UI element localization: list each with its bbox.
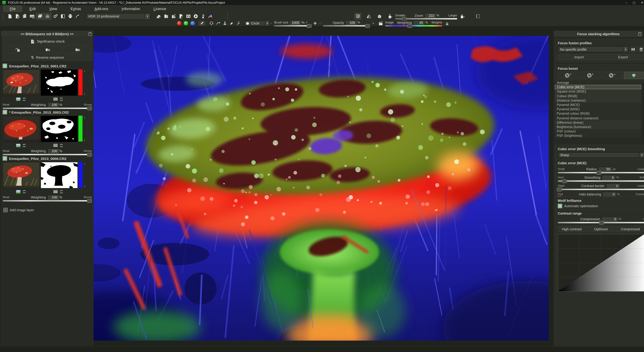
algorithm-item[interactable]: Brightness (luminance) — [555, 125, 641, 129]
layer-mask-thumbnail[interactable] — [40, 116, 78, 142]
export-button[interactable]: Export — [602, 54, 644, 60]
layer-checkbox[interactable] — [3, 64, 7, 68]
layer-weight-thumb[interactable] — [87, 199, 92, 203]
layer-checkbox[interactable] — [3, 110, 7, 114]
sequence-view-triple-button[interactable] — [63, 46, 92, 53]
menu-item[interactable]: Add-ons — [88, 6, 114, 11]
layer-weight-value[interactable]: 100 — [47, 195, 58, 200]
histogram-icon[interactable] — [206, 13, 214, 20]
layer-weight-thumb[interactable] — [87, 107, 92, 110]
document-transfer-icon[interactable] — [170, 13, 177, 20]
brush-size-value[interactable]: 1000 — [289, 20, 301, 25]
weighting-thumb[interactable] — [407, 24, 412, 28]
add-stroke-icon[interactable] — [312, 21, 318, 26]
clone-tool-icon[interactable] — [208, 21, 215, 26]
opacity-thumb[interactable] — [365, 24, 370, 28]
import-button[interactable]: Import — [558, 54, 600, 60]
layer-weight-value[interactable]: 100 — [47, 102, 58, 107]
swap-mask-icon[interactable] — [59, 190, 63, 194]
save-profile-button[interactable] — [630, 46, 636, 52]
stamp-tool-icon[interactable] — [221, 21, 228, 26]
opacity-plus[interactable]: + — [371, 21, 375, 25]
radius-track[interactable] — [558, 172, 644, 173]
move-down-icon[interactable]: ↓ — [84, 185, 85, 188]
zoom-slider-track[interactable] — [395, 18, 457, 19]
layer-checkbox[interactable] — [3, 156, 7, 161]
algorithm-item[interactable]: Pyramid (MCE) — [555, 103, 641, 107]
move-up-icon[interactable]: ↑ — [84, 70, 85, 73]
slider-value[interactable]: 0 — [602, 192, 616, 197]
smudge-tool-icon[interactable] — [235, 21, 242, 26]
document-pair-icon[interactable] — [162, 13, 170, 20]
sequence-view-pair-button[interactable] — [33, 46, 62, 53]
algorithm-item[interactable]: Colour (RGB) — [555, 94, 641, 98]
brush-size-minus[interactable]: - — [270, 21, 273, 25]
project-copy-icon[interactable] — [21, 13, 28, 20]
auto-optimisation-checkbox[interactable] — [558, 204, 562, 208]
contrast-range-button[interactable]: Optimum — [587, 226, 615, 232]
image-view-icon[interactable] — [16, 144, 20, 147]
stacking-panel-header[interactable]: Focus stacking algorithms — [554, 31, 643, 36]
rgb-weights-icon[interactable] — [444, 21, 450, 26]
menu-item[interactable]: File — [3, 5, 22, 11]
zoom-slider-thumb[interactable] — [402, 17, 407, 21]
settings-gears-icon[interactable] — [52, 13, 59, 20]
reverse-sequence-button[interactable]: ⇅ Reverse sequence — [3, 54, 92, 61]
algorithm-item[interactable]: Distance (variance) — [555, 98, 641, 103]
smoothing-thumb[interactable] — [562, 179, 567, 183]
red-channel-button[interactable] — [176, 21, 182, 26]
opacity-value[interactable]: 100 — [345, 20, 356, 25]
raw-import-icon[interactable] — [28, 13, 36, 20]
print-icon[interactable] — [66, 13, 74, 20]
layer-weight-thumb[interactable] — [87, 153, 92, 157]
brush-shape-dropdown[interactable]: Circle ▾ — [244, 20, 270, 26]
zoom-value[interactable]: 222 — [424, 13, 436, 18]
opacity-minus[interactable]: - — [318, 21, 322, 25]
image-view-icon[interactable] — [16, 97, 20, 101]
export-curve-icon[interactable] — [74, 13, 81, 20]
maximize-icon[interactable]: ▢ — [632, 1, 636, 4]
focus-boost-button[interactable]: ∞ — [602, 72, 622, 79]
rotate-crop-icon[interactable] — [474, 13, 481, 20]
thermometer-icon[interactable] — [199, 13, 206, 20]
layer-photo-thumbnail[interactable] — [3, 162, 40, 188]
algorithm-item[interactable]: PSF (brightness) — [555, 134, 641, 138]
swap-mask-icon[interactable] — [59, 97, 63, 101]
move-up-icon[interactable]: ↑ — [84, 116, 85, 119]
image-sequence-icon[interactable] — [36, 13, 44, 20]
swap-image-icon[interactable] — [22, 143, 26, 147]
blue-channel-button[interactable] — [189, 21, 196, 26]
close-icon[interactable]: ✕ — [641, 1, 643, 4]
move-down-icon[interactable]: ↓ — [84, 92, 85, 95]
brush-tool-icon[interactable] — [198, 21, 205, 26]
zoom-in-step-icon[interactable] — [458, 13, 466, 20]
play-icon[interactable] — [192, 13, 199, 20]
contrast-range-button[interactable]: High contrast — [558, 226, 586, 232]
profile-dropdown[interactable]: No specific profile ▾ — [558, 46, 628, 52]
image-view-icon[interactable] — [16, 190, 20, 193]
green-channel-button[interactable] — [182, 21, 189, 26]
layer-weight-track[interactable] — [3, 108, 92, 109]
layer-weight-track[interactable] — [3, 154, 92, 155]
algorithm-item[interactable]: Average — [555, 80, 641, 85]
menu-item[interactable]: Licence — [148, 6, 172, 11]
significance-check-button[interactable]: Significance check — [3, 37, 92, 45]
contrast-border-track[interactable] — [558, 189, 644, 190]
focus-boost-button[interactable]: 3 — [580, 72, 600, 79]
contrast-border-thumb[interactable] — [556, 188, 562, 191]
flip-view-icon[interactable] — [365, 13, 372, 20]
algorithm-item[interactable]: Cubic error (MCE) — [555, 85, 641, 89]
brush-size-track[interactable] — [274, 25, 310, 26]
radius-thumb[interactable] — [596, 171, 602, 175]
undock-icon[interactable] — [88, 32, 92, 36]
refresh-view-icon[interactable] — [354, 13, 362, 20]
stack-process-icon[interactable] — [155, 13, 162, 20]
main-canvas[interactable] — [94, 36, 549, 341]
curve-tool-icon[interactable] — [215, 21, 221, 26]
layer-photo-thumbnail[interactable] — [3, 69, 40, 96]
box-3d-icon[interactable] — [376, 13, 383, 20]
menu-item[interactable]: Edit — [24, 6, 42, 11]
zoom-out-step-icon[interactable] — [386, 13, 394, 20]
panel-layout-icon[interactable] — [59, 13, 66, 20]
weighting-track[interactable] — [385, 25, 442, 26]
